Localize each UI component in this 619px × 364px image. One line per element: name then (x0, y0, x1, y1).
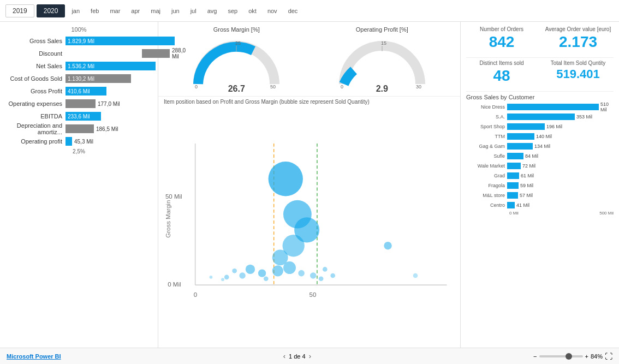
bar-chart-title: Gross Sales by Customer (466, 94, 614, 100)
bar-chart-track: 41 Mil (507, 202, 614, 208)
bar-axis-max: 500 Mil (599, 211, 614, 216)
kpi-divider-2 (466, 91, 614, 92)
bar-chart-value: 59 Mil (520, 183, 533, 188)
kpi-total-quantity-value: 519.401 (543, 67, 614, 81)
month-jul[interactable]: jul (186, 5, 201, 16)
top-bar: 2019 2020 jan feb mar apr maj jun jul av… (0, 0, 619, 22)
waterfall-bar-area: 288,0 Mil (66, 47, 191, 59)
bar-chart-value: 41 Mil (516, 202, 529, 208)
kpi-total-quantity-title: Total Item Sold Quntity (543, 60, 614, 66)
svg-point-27 (310, 272, 317, 279)
operating-profit-value: 2.9 (376, 84, 388, 94)
bar-chart-row: Nice Dress510 Mil (466, 103, 614, 111)
waterfall-bar-area: 177,0 Mil (66, 99, 152, 108)
waterfall-row-label: Gross Sales (5, 38, 66, 44)
bar-chart-label: Gag & Gam (466, 144, 507, 149)
bar-chart-track: 61 Mil (507, 172, 614, 179)
waterfall-bar-value: 45,3 Mil (74, 139, 93, 145)
waterfall-row-label: EBITDA (5, 113, 66, 120)
waterfall-bar-area: 1.829,9 Mil (66, 37, 177, 45)
bar-chart-label: Sufle (466, 153, 507, 159)
zoom-plus[interactable]: + (585, 353, 588, 360)
bar-chart-row: TTM140 Mil (466, 132, 614, 141)
month-sep[interactable]: sep (223, 5, 242, 16)
zoom-minus[interactable]: − (533, 353, 537, 360)
waterfall-row-label: Cost of Goods Sold (5, 75, 66, 82)
month-avg[interactable]: avg (203, 5, 222, 16)
gross-margin-value: 26.7 (228, 84, 245, 94)
bar-axis-min: 0 Mil (509, 211, 519, 216)
next-page-button[interactable]: › (309, 352, 311, 360)
svg-point-24 (272, 265, 283, 276)
kpi-items-sold: Distinct Items sold 48 (466, 60, 537, 85)
waterfall-row: Discount288,0 Mil (5, 47, 152, 59)
bar-chart-fill (507, 153, 523, 159)
kpi-items-sold-value: 48 (466, 67, 537, 85)
bar-chart-fill (507, 192, 518, 199)
waterfall-row-label: Operating expenses (5, 100, 66, 107)
waterfall-row: Net Sales1.536,2 Mil (5, 60, 152, 72)
bar-chart-value: 510 Mil (600, 102, 614, 112)
waterfall-bar-value: 186,5 Mil (96, 126, 118, 132)
gross-margin-svg: 25 0 50 (187, 35, 285, 89)
waterfall-bar: 1.130,2 Mil (66, 74, 131, 83)
year-2019-button[interactable]: 2019 (5, 4, 34, 17)
waterfall-panel: 100% Gross Sales1.829,9 MilDiscount288,0… (0, 22, 158, 348)
bar-chart-track: 353 Mil (507, 114, 614, 120)
waterfall-row-label: Discount (5, 50, 66, 57)
month-okt[interactable]: okt (244, 5, 261, 16)
operating-profit-gauge: Operating Profit [%] 15 0 30 2.9 (333, 26, 431, 94)
waterfall-bar-area: 45,3 Mil (66, 137, 152, 146)
powerbi-link[interactable]: Microsoft Power BI (7, 353, 61, 360)
kpi-orders: Number of Orders 842 (466, 26, 537, 51)
fullscreen-icon[interactable]: ⛶ (605, 352, 612, 361)
svg-point-25 (283, 261, 296, 274)
svg-point-30 (224, 275, 229, 280)
page-nav: ‹ 1 de 4 › (283, 352, 311, 360)
bar-chart-value: 84 Mil (525, 153, 538, 159)
bar-chart-track: 196 Mil (507, 123, 614, 130)
bar-chart-label: Centro (466, 202, 507, 208)
bar-chart-row: Sufle84 Mil (466, 152, 614, 160)
waterfall-bar: 233,6 Mil (66, 112, 101, 121)
waterfall-rows: Gross Sales1.829,9 MilDiscount288,0 MilN… (5, 35, 152, 147)
kpi-avg-order-value: 2.173 (543, 33, 614, 51)
kpi-orders-title: Number of Orders (466, 26, 537, 32)
month-jun[interactable]: jun (167, 5, 184, 16)
bar-chart-value: 196 Mil (546, 124, 562, 129)
month-feb[interactable]: feb (86, 5, 103, 16)
month-nov[interactable]: nov (263, 5, 282, 16)
month-dec[interactable]: dec (284, 5, 302, 16)
year-2020-button[interactable]: 2020 (37, 4, 66, 17)
svg-text:50: 50 (270, 84, 276, 89)
bar-chart-value: 134 Mil (534, 144, 550, 149)
svg-text:50 Mil: 50 Mil (165, 193, 182, 200)
bar-chart-section: Gross Sales by Customer Nice Dress510 Mi… (466, 94, 614, 343)
kpi-avg-order-title: Average Order value [euro] (543, 26, 614, 32)
svg-text:30: 30 (416, 84, 421, 89)
month-jan[interactable]: jan (67, 5, 84, 16)
waterfall-row-label: Gross Profit (5, 88, 66, 94)
bar-chart-value: 61 Mil (521, 173, 534, 178)
svg-point-29 (232, 268, 237, 273)
bar-chart-track: 57 Mil (507, 192, 614, 199)
gauge-section: Gross Margin [%] 25 0 50 26.7 (158, 22, 460, 97)
bubble-title: Item position based on Profit and Gross … (164, 99, 455, 105)
waterfall-bar-value: 177,0 Mil (98, 101, 120, 107)
waterfall-bar (66, 137, 72, 146)
month-maj[interactable]: maj (146, 5, 165, 16)
waterfall-row: EBITDA233,6 Mil (5, 110, 152, 122)
prev-page-button[interactable]: ‹ (283, 352, 285, 360)
svg-text:0: 0 (194, 291, 197, 298)
month-mar[interactable]: mar (105, 5, 124, 16)
month-apr[interactable]: apr (127, 5, 144, 16)
bar-chart-track: 510 Mil (507, 102, 614, 112)
svg-point-17 (269, 162, 303, 196)
main-container: 2019 2020 jan feb mar apr maj jun jul av… (0, 0, 619, 364)
waterfall-bar-area: 186,5 Mil (66, 124, 152, 133)
zoom-slider[interactable] (539, 355, 583, 357)
waterfall-row: Depreciation and amortiz...186,5 Mil (5, 123, 152, 135)
waterfall-row-label: Net Sales (5, 63, 66, 69)
bar-chart-value: 57 Mil (520, 193, 533, 198)
svg-point-32 (319, 276, 324, 281)
